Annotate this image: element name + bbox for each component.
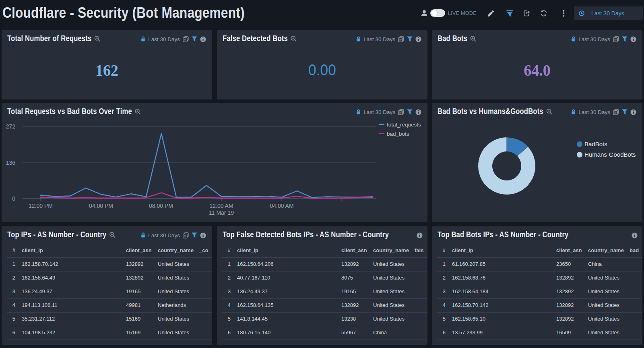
svg-text:136: 136 — [6, 160, 16, 166]
svg-text:Humans-GoodBots: Humans-GoodBots — [584, 151, 636, 158]
svg-text:08:00 PM: 08:00 PM — [149, 203, 173, 209]
svg-text:total_requests: total_requests — [387, 122, 421, 128]
svg-text:BadBots: BadBots — [584, 141, 607, 147]
svg-text:12:00 PM: 12:00 PM — [29, 203, 53, 209]
svg-text:0: 0 — [12, 195, 15, 202]
svg-text:272: 272 — [6, 123, 16, 130]
svg-text:04:00 PM: 04:00 PM — [89, 203, 113, 209]
svg-text:11 Mar 19: 11 Mar 19 — [209, 209, 234, 216]
svg-text:bad_bots: bad_bots — [387, 131, 409, 137]
svg-text:12:00 AM: 12:00 AM — [209, 203, 233, 209]
svg-text:04:00 AM: 04:00 AM — [270, 203, 293, 209]
